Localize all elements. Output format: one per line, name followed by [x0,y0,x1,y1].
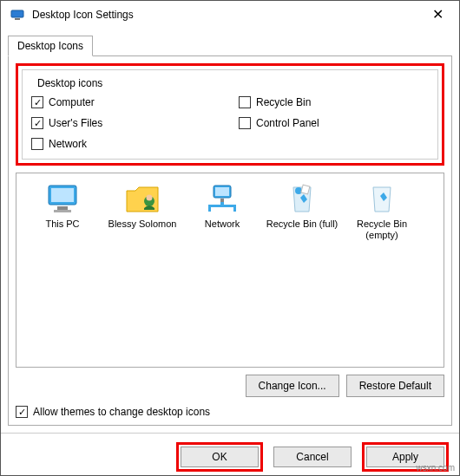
watermark: wsxn.com [417,463,455,473]
checkbox-computer[interactable]: Computer [31,96,221,108]
checkbox-recycle-bin[interactable]: Recycle Bin [239,96,429,108]
svg-rect-5 [54,210,71,212]
checkbox-label: Network [49,138,87,150]
icon-preview-panel: This PC Blessy Solomon Network [16,173,444,368]
icon-label: Recycle Bin (empty) [345,218,419,241]
tabs: Desktop Icons [1,28,459,55]
ok-button[interactable]: OK [181,447,259,467]
highlight-frame-ok: OK [176,442,263,472]
checkbox-label: Allow themes to change desktop icons [33,406,210,418]
check-icon [16,406,28,418]
change-icon-button[interactable]: Change Icon... [246,375,339,397]
cancel-button[interactable]: Cancel [273,447,352,467]
svg-rect-4 [57,206,68,210]
tab-panel: Desktop icons Computer Recycle Bin User'… [8,55,452,426]
icon-label: Blessy Solomon [105,218,180,230]
allow-themes-checkbox[interactable]: Allow themes to change desktop icons [16,406,444,418]
recycle-empty-icon [363,182,401,215]
icon-buttons-row: Change Icon... Restore Default [16,375,444,397]
check-icon [31,96,43,108]
desktop-icons-fieldset: Desktop icons Computer Recycle Bin User'… [22,69,438,160]
close-button[interactable]: ✕ [425,6,450,23]
icon-label: This PC [25,218,100,230]
network-icon [203,182,241,215]
svg-point-7 [147,195,153,201]
app-icon [10,7,25,23]
icon-label: Network [185,218,260,230]
computer-icon [43,182,82,215]
check-icon [31,117,43,129]
svg-rect-1 [15,18,20,20]
checkbox-label: User's Files [49,117,102,129]
checkbox-network[interactable]: Network [31,138,221,150]
highlight-frame-top: Desktop icons Computer Recycle Bin User'… [16,63,444,166]
checkbox-grid: Computer Recycle Bin User's Files Contro… [31,96,429,150]
check-icon [239,96,251,108]
icon-label: Recycle Bin (full) [265,218,339,230]
checkbox-label: Computer [49,96,95,108]
icon-row: This PC Blessy Solomon Network [25,182,435,241]
checkbox-label: Recycle Bin [256,96,311,108]
recycle-full-icon [283,182,321,215]
fieldset-legend: Desktop icons [35,77,105,89]
user-folder-icon [123,182,161,215]
check-icon [31,138,43,150]
svg-rect-10 [220,199,224,202]
window-title: Desktop Icon Settings [32,9,425,21]
svg-rect-16 [301,185,310,194]
preview-item-user[interactable]: Blessy Solomon [105,182,180,241]
svg-rect-9 [215,187,229,196]
check-icon [239,117,251,129]
preview-item-recycle-full[interactable]: Recycle Bin (full) [265,182,339,241]
restore-default-button[interactable]: Restore Default [346,375,444,397]
preview-item-network[interactable]: Network [185,182,260,241]
svg-rect-3 [51,188,74,202]
titlebar: Desktop Icon Settings ✕ [1,1,459,28]
svg-rect-0 [11,10,23,17]
preview-item-this-pc[interactable]: This PC [25,182,100,241]
svg-rect-14 [220,202,224,206]
checkbox-label: Control Panel [256,117,319,129]
dialog-window: Desktop Icon Settings ✕ Desktop Icons De… [0,0,460,476]
tab-desktop-icons[interactable]: Desktop Icons [8,36,93,56]
svg-rect-12 [208,205,211,212]
checkbox-control-panel[interactable]: Control Panel [239,117,429,129]
preview-item-recycle-empty[interactable]: Recycle Bin (empty) [345,182,419,241]
dialog-button-bar: OK Cancel Apply [1,433,459,476]
svg-rect-13 [233,205,236,212]
checkbox-users-files[interactable]: User's Files [31,117,221,129]
svg-point-15 [295,187,302,194]
